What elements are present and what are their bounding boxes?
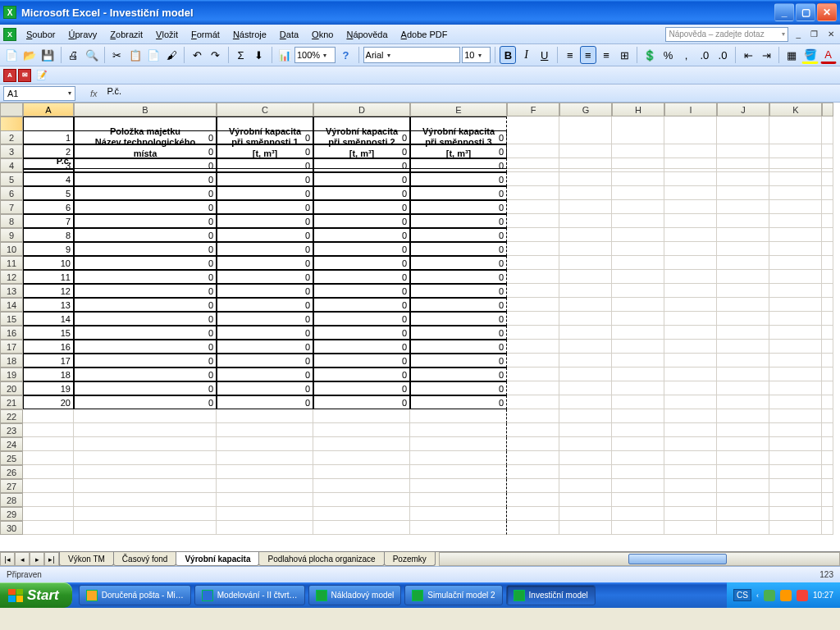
save-button[interactable]: 💾 xyxy=(39,46,56,64)
cell-28-B[interactable] xyxy=(74,493,217,507)
cell-5-F[interactable] xyxy=(507,172,559,186)
cell-17-K[interactable] xyxy=(769,340,822,354)
cell-12-C[interactable]: 0 xyxy=(217,270,313,284)
row-header-28[interactable]: 28 xyxy=(0,493,23,507)
cell-16-F[interactable] xyxy=(507,326,559,340)
row-header-14[interactable]: 14 xyxy=(0,298,23,312)
col-header-A[interactable]: A xyxy=(23,103,74,116)
cell-6-E[interactable]: 0 xyxy=(410,186,507,200)
help-button[interactable]: ? xyxy=(337,46,354,64)
cell-25-F[interactable] xyxy=(507,451,559,465)
cell-16-D[interactable]: 0 xyxy=(313,326,410,340)
cell-9-A[interactable]: 8 xyxy=(23,228,74,242)
cell-20-J[interactable] xyxy=(717,381,769,395)
cell-15-F[interactable] xyxy=(507,312,559,326)
cell-13-G[interactable] xyxy=(559,284,612,298)
cell-18-K[interactable] xyxy=(769,354,822,368)
cell-6-A[interactable]: 5 xyxy=(23,186,74,200)
cell-9-G[interactable] xyxy=(559,228,612,242)
cell-19-D[interactable]: 0 xyxy=(313,368,410,381)
cell-3-K[interactable] xyxy=(769,144,822,158)
cell-8-F[interactable] xyxy=(507,214,559,228)
align-center-button[interactable]: ≡ xyxy=(580,46,596,64)
col-header-B[interactable]: B xyxy=(74,103,217,116)
pdf-icon[interactable]: A xyxy=(3,69,16,82)
cell-28-I[interactable] xyxy=(664,493,717,507)
system-tray[interactable]: CS ‹ 10:27 xyxy=(727,582,840,608)
cell-29-I[interactable] xyxy=(664,507,717,521)
chart-button[interactable]: 📊 xyxy=(276,46,293,64)
cell-24-A[interactable] xyxy=(23,437,74,451)
cell-21-K[interactable] xyxy=(769,395,822,409)
cell-10-K[interactable] xyxy=(769,242,822,256)
cell-7-J[interactable] xyxy=(717,200,769,214)
cell-3-J[interactable] xyxy=(717,144,769,158)
cell-22-K[interactable] xyxy=(769,409,822,423)
cell-12-B[interactable]: 0 xyxy=(74,270,217,284)
row-header-4[interactable]: 4 xyxy=(0,158,23,172)
cell-28-A[interactable] xyxy=(23,493,74,507)
cell-22-C[interactable] xyxy=(217,409,313,423)
cell-14-C[interactable]: 0 xyxy=(217,298,313,312)
cell-29-F[interactable] xyxy=(507,507,559,521)
cell-15-B[interactable]: 0 xyxy=(74,312,217,326)
cell-19-B[interactable]: 0 xyxy=(74,368,217,381)
row-header-17[interactable]: 17 xyxy=(0,340,23,354)
cell-29-A[interactable] xyxy=(23,507,74,521)
cell-7-E[interactable]: 0 xyxy=(410,200,507,214)
cell-4-G[interactable] xyxy=(559,158,612,172)
paste-button[interactable]: 📄 xyxy=(145,46,162,64)
cell-4-A[interactable]: 3 xyxy=(23,158,74,172)
cell-30-E[interactable] xyxy=(410,521,507,535)
cell-15-K[interactable] xyxy=(769,312,822,326)
cell-30-I[interactable] xyxy=(664,521,717,535)
cell-18-A[interactable]: 17 xyxy=(23,354,74,368)
font-select[interactable]: Arial▾ xyxy=(363,47,461,63)
cell-7-D[interactable]: 0 xyxy=(313,200,410,214)
cell-8-H[interactable] xyxy=(612,214,664,228)
cell-4-B[interactable]: 0 xyxy=(74,158,217,172)
cell-8-E[interactable]: 0 xyxy=(410,214,507,228)
cell-9-C[interactable]: 0 xyxy=(217,228,313,242)
cell-7-K[interactable] xyxy=(769,200,822,214)
cell-29-J[interactable] xyxy=(717,507,769,521)
menu-okno[interactable]: Okno xyxy=(305,28,340,41)
spreadsheet-grid[interactable]: ABCDEFGHIJK1P.č.Položka majetkuNázev tec… xyxy=(0,103,840,551)
cell-22-D[interactable] xyxy=(313,409,410,423)
taskbar-item-1[interactable]: Modelování - II čtvrt… xyxy=(194,585,305,605)
row-header-18[interactable]: 18 xyxy=(0,354,23,368)
font-size-select[interactable]: 10▾ xyxy=(462,47,491,63)
cell-20-I[interactable] xyxy=(664,381,717,395)
cell-6-K[interactable] xyxy=(769,186,822,200)
cell-28-K[interactable] xyxy=(769,493,822,507)
cell-15-E[interactable]: 0 xyxy=(410,312,507,326)
cell-15-D[interactable]: 0 xyxy=(313,312,410,326)
cut-button[interactable]: ✂ xyxy=(109,46,126,64)
cell-6-H[interactable] xyxy=(612,186,664,200)
cell-20-G[interactable] xyxy=(559,381,612,395)
cell-26-H[interactable] xyxy=(612,465,664,479)
cell-19-C[interactable]: 0 xyxy=(217,368,313,381)
align-right-button[interactable]: ≡ xyxy=(598,46,614,64)
cell-16-C[interactable]: 0 xyxy=(217,326,313,340)
cell-8-K[interactable] xyxy=(769,214,822,228)
name-box[interactable]: A1▾ xyxy=(3,86,75,101)
bold-button[interactable]: B xyxy=(500,46,516,64)
fx-icon[interactable]: fx xyxy=(90,89,98,98)
cell-18-I[interactable] xyxy=(664,354,717,368)
row-header-11[interactable]: 11 xyxy=(0,256,23,270)
cell-5-C[interactable]: 0 xyxy=(217,172,313,186)
cell-4-D[interactable]: 0 xyxy=(313,158,410,172)
select-all-corner[interactable] xyxy=(0,103,23,116)
cell-24-E[interactable] xyxy=(410,437,507,451)
menu-soubor[interactable]: Soubor xyxy=(20,28,62,41)
menu-adobe pdf[interactable]: Adobe PDF xyxy=(395,28,454,41)
cell-30-H[interactable] xyxy=(612,521,664,535)
maximize-button[interactable]: ▢ xyxy=(796,3,815,21)
cell-7-C[interactable]: 0 xyxy=(217,200,313,214)
cell-16-B[interactable]: 0 xyxy=(74,326,217,340)
row-header-29[interactable]: 29 xyxy=(0,507,23,521)
fill-color-button[interactable]: 🪣 xyxy=(801,46,818,64)
cell-25-H[interactable] xyxy=(612,451,664,465)
sheet-tab-3[interactable]: Podlahová plocha organizace xyxy=(258,552,384,566)
